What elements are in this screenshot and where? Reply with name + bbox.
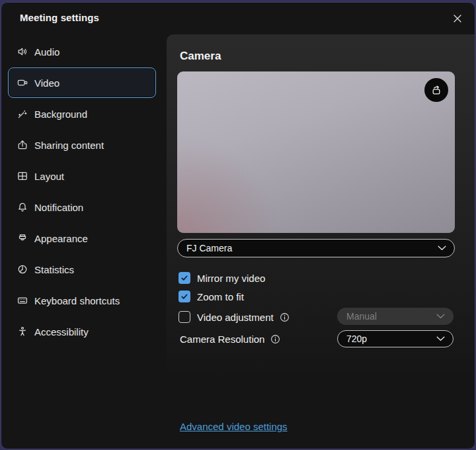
video-adjustment-checkbox[interactable] [178,311,190,323]
video-adjustment-row: Video adjustment [178,310,290,324]
sidebar-item-label: Sharing content [34,140,104,151]
sidebar-item-label: Background [34,109,87,120]
bell-icon [17,201,28,213]
layout-grid-icon [17,170,28,182]
pie-chart-icon [17,263,28,275]
checkmark-icon [180,274,188,282]
sidebar-item-keyboard-shortcuts[interactable]: Keyboard shortcuts [8,285,156,316]
sidebar-item-label: Appearance [34,233,88,244]
advanced-video-settings-link[interactable]: Advanced video settings [180,421,288,432]
speaker-icon [17,46,28,58]
camera-select[interactable]: FJ Camera [177,239,455,257]
dialog-title: Meeting settings [20,12,99,23]
sidebar-item-accessibility[interactable]: Accessibility [8,316,156,347]
close-icon [453,14,462,23]
chevron-down-icon [438,246,446,251]
video-adjustment-label: Video adjustment [197,312,274,323]
chevron-down-icon [436,336,445,341]
chevron-down-icon [436,314,445,319]
share-icon [17,139,28,151]
meeting-settings-dialog: Meeting settings Audio Video [1,2,475,449]
camera-resolution-info-icon[interactable] [270,334,280,344]
sidebar-item-layout[interactable]: Layout [8,161,156,191]
camera-resolution-select[interactable]: 720p [337,330,454,347]
keyboard-icon [17,294,28,306]
camera-resolution-label: Camera Resolution [180,334,264,345]
mirror-my-video-row: Mirror my video [178,271,265,285]
sidebar-item-label: Video [34,77,60,89]
sidebar-item-label: Accessibility [34,326,89,338]
camera-resolution-row: Camera Resolution [180,332,280,345]
titlebar: Meeting settings [1,3,475,34]
close-button[interactable] [448,9,467,28]
video-adjustment-select: Manual [337,308,454,325]
camera-preview [177,71,455,233]
flip-camera-icon [430,83,443,97]
flip-camera-button[interactable] [424,78,448,102]
mirror-my-video-checkbox[interactable] [178,272,190,284]
sidebar-item-notification[interactable]: Notification [8,192,156,222]
sidebar-item-label: Keyboard shortcuts [34,295,120,306]
sidebar: Audio Video Background Sha [1,36,167,449]
paintbrush-icon [17,232,28,244]
sidebar-item-background[interactable]: Background [8,99,156,129]
video-adjustment-info-icon[interactable] [280,312,290,322]
zoom-to-fit-row: Zoom to fit [178,290,244,303]
video-camera-icon [17,77,28,89]
video-adjustment-select-value: Manual [346,311,436,322]
sidebar-item-label: Statistics [34,264,74,275]
mirror-my-video-label: Mirror my video [197,273,265,284]
sidebar-item-video[interactable]: Video [8,68,156,98]
camera-select-value: FJ Camera [186,243,438,253]
panel-heading: Camera [180,50,221,63]
zoom-to-fit-label: Zoom to fit [197,291,244,302]
checkmark-icon [180,292,188,300]
sidebar-item-label: Notification [34,202,83,213]
sidebar-item-statistics[interactable]: Statistics [8,254,156,285]
sidebar-item-label: Layout [34,171,64,182]
sidebar-item-sharing-content[interactable]: Sharing content [8,130,156,160]
sidebar-item-appearance[interactable]: Appearance [8,223,156,253]
video-settings-panel: Camera FJ Camera Mirror [167,34,475,379]
sidebar-item-label: Audio [34,46,60,58]
camera-resolution-select-value: 720p [346,334,436,344]
magic-wand-icon [17,108,28,120]
accessibility-icon [17,326,28,338]
zoom-to-fit-checkbox[interactable] [178,291,190,302]
sidebar-item-audio[interactable]: Audio [8,36,156,67]
